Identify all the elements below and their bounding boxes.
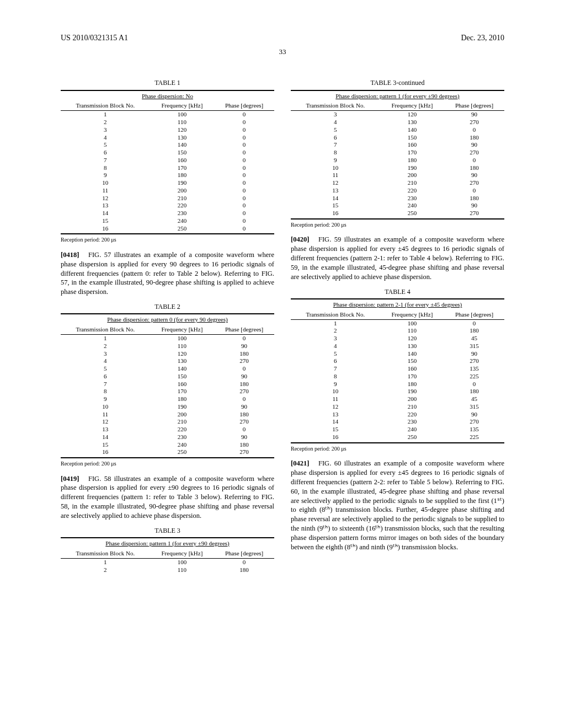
table-row: 4130270 xyxy=(61,357,274,365)
table-2-label: TABLE 2 xyxy=(61,302,274,311)
table-cell: 15 xyxy=(61,217,150,225)
table-cell: 210 xyxy=(150,418,215,426)
table-cell: 0 xyxy=(214,225,274,234)
para-num: [0418] xyxy=(61,251,79,259)
col-header-block: Transmission Block No. xyxy=(61,325,150,334)
table-cell: 135 xyxy=(444,365,504,373)
table-cell: 190 xyxy=(380,164,445,172)
table-cell: 270 xyxy=(444,357,504,365)
col-header-block: Transmission Block No. xyxy=(61,549,150,558)
table-row: 2110180 xyxy=(61,566,274,575)
table-cell: 6 xyxy=(61,373,150,381)
table-cell: 315 xyxy=(444,342,504,350)
table-row: 15240135 xyxy=(291,426,504,433)
table-cell: 180 xyxy=(444,134,504,142)
table-cell: 1 xyxy=(61,335,150,342)
table-cell: 0 xyxy=(444,187,504,195)
table-4-body: 1100021101803120454130315514090615027071… xyxy=(291,319,504,443)
table-cell: 250 xyxy=(150,225,215,234)
table-row: 6150180 xyxy=(291,134,504,142)
col-header-freq: Frequency [kHz] xyxy=(150,549,215,558)
table-row: 11000 xyxy=(61,335,274,342)
table-row: 51400 xyxy=(61,141,274,149)
table-cell: 0 xyxy=(214,335,274,342)
table-cell: 200 xyxy=(150,187,215,195)
table-cell: 210 xyxy=(150,195,215,202)
table-row: 11000 xyxy=(291,319,504,327)
table-4-footnote: Reception period: 200 μs xyxy=(291,445,504,453)
table-cell: 16 xyxy=(61,448,150,458)
paragraph-0418: [0418] FIG. 57 illustrates an example of… xyxy=(61,250,274,297)
table-cell: 0 xyxy=(214,179,274,187)
table-4-label: TABLE 4 xyxy=(291,287,504,296)
table-cell: 5 xyxy=(291,126,380,134)
table-cell: 0 xyxy=(444,126,504,134)
table-row: 16250225 xyxy=(291,433,504,443)
table-cell: 1 xyxy=(61,111,150,119)
table-cell: 3 xyxy=(61,350,150,358)
table-cell: 11 xyxy=(291,172,380,179)
table-row: 11000 xyxy=(61,558,274,566)
table-row: 14230180 xyxy=(291,195,504,202)
para-text: FIG. 58 illustrates an example of a comp… xyxy=(61,475,274,520)
table-cell: 100 xyxy=(150,335,215,342)
table-cell: 13 xyxy=(291,187,380,195)
table-cell: 160 xyxy=(380,141,445,149)
table-cell: 10 xyxy=(61,403,150,411)
para-num: [0419] xyxy=(61,475,79,483)
table-cell: 270 xyxy=(444,119,504,126)
table-cell: 8 xyxy=(61,388,150,395)
table-row: 31200 xyxy=(61,126,274,134)
table-cell: 180 xyxy=(214,411,274,419)
table-cell: 220 xyxy=(380,187,445,195)
table-cell: 100 xyxy=(380,319,445,327)
table-row: 12210270 xyxy=(61,418,274,426)
table-cell: 12 xyxy=(61,195,150,202)
table-cell: 16 xyxy=(291,210,380,219)
table-cell: 250 xyxy=(150,448,215,458)
table-row: 312045 xyxy=(291,335,504,342)
table-row: 11000 xyxy=(61,111,274,119)
table-cell: 13 xyxy=(291,411,380,419)
table-cell: 9 xyxy=(291,381,380,388)
table-cell: 180 xyxy=(380,381,445,388)
table-cell: 11 xyxy=(61,411,150,419)
table-cell: 250 xyxy=(380,433,445,443)
table-cell: 170 xyxy=(380,373,445,381)
table-3-label: TABLE 3 xyxy=(61,526,274,535)
table-cell: 210 xyxy=(380,179,445,187)
table-3cont-footnote: Reception period: 200 μs xyxy=(291,221,504,229)
table-cell: 270 xyxy=(214,388,274,395)
table-cell: 180 xyxy=(444,164,504,172)
table-cell: 16 xyxy=(291,433,380,443)
publication-date: Dec. 23, 2010 xyxy=(461,33,504,44)
table-cell: 0 xyxy=(214,164,274,172)
table-row: 71600 xyxy=(61,157,274,164)
table-2-body: 1100021109031201804130270514006150907160… xyxy=(61,335,274,458)
table-cell: 220 xyxy=(150,202,215,210)
table-cell: 200 xyxy=(380,172,445,179)
table-row: 132200 xyxy=(61,202,274,210)
table-row: 142300 xyxy=(61,210,274,217)
table-cell: 16 xyxy=(61,225,150,234)
publication-number: US 2010/0321315 A1 xyxy=(61,33,128,44)
table-row: 312090 xyxy=(291,111,504,119)
table-cell: 6 xyxy=(291,134,380,142)
table-row: 7160135 xyxy=(291,365,504,373)
table-cell: 150 xyxy=(150,373,215,381)
table-1-footnote: Reception period: 200 μs xyxy=(61,236,274,244)
table-row: 4130270 xyxy=(291,119,504,126)
table-cell: 180 xyxy=(214,381,274,388)
table-row: 7160180 xyxy=(61,381,274,388)
table-cell: 0 xyxy=(214,365,274,373)
para-text: FIG. 59 illustrates an example of a comp… xyxy=(291,235,504,281)
table-cell: 13 xyxy=(61,202,150,210)
table-cell: 130 xyxy=(150,134,215,142)
table-row: 81700 xyxy=(61,164,274,172)
table-row: 112000 xyxy=(61,187,274,195)
table-3-body: 110002110180 xyxy=(61,558,274,575)
table-cell: 190 xyxy=(380,388,445,395)
table-cell: 180 xyxy=(214,441,274,449)
table-cell: 15 xyxy=(61,441,150,449)
table-cell: 11 xyxy=(291,395,380,403)
